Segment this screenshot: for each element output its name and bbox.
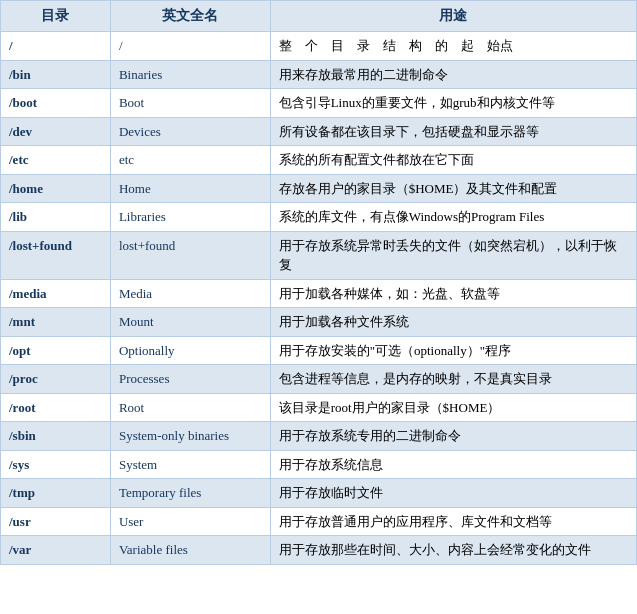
directory-table: 目录 英文全名 用途 //整 个 目 录 结 构 的 起 始点/binBinar… xyxy=(0,0,637,565)
cell-name: Devices xyxy=(110,117,270,146)
table-row: /optOptionally用于存放安装的"可选（optionally）"程序 xyxy=(1,336,637,365)
cell-dir: /usr xyxy=(1,507,111,536)
table-row: /usrUser用于存放普通用户的应用程序、库文件和文档等 xyxy=(1,507,637,536)
cell-name: Root xyxy=(110,393,270,422)
cell-name: Home xyxy=(110,174,270,203)
table-row: /sbinSystem-only binaries用于存放系统专用的二进制命令 xyxy=(1,422,637,451)
table-row: /mediaMedia用于加载各种媒体，如：光盘、软盘等 xyxy=(1,279,637,308)
cell-use: 用于存放系统信息 xyxy=(270,450,636,479)
table-row: //整 个 目 录 结 构 的 起 始点 xyxy=(1,32,637,61)
cell-dir: /sbin xyxy=(1,422,111,451)
cell-dir: /tmp xyxy=(1,479,111,508)
table-row: /bootBoot包含引导Linux的重要文件，如grub和内核文件等 xyxy=(1,89,637,118)
cell-name: etc xyxy=(110,146,270,175)
table-row: /procProcesses包含进程等信息，是内存的映射，不是真实目录 xyxy=(1,365,637,394)
table-row: /rootRoot该目录是root用户的家目录（$HOME） xyxy=(1,393,637,422)
cell-name: Processes xyxy=(110,365,270,394)
cell-use: 存放各用户的家目录（$HOME）及其文件和配置 xyxy=(270,174,636,203)
cell-name: Temporary files xyxy=(110,479,270,508)
cell-name: Optionally xyxy=(110,336,270,365)
cell-use: 用于存放那些在时间、大小、内容上会经常变化的文件 xyxy=(270,536,636,565)
cell-dir: /etc xyxy=(1,146,111,175)
cell-dir: /lib xyxy=(1,203,111,232)
table-row: /tmpTemporary files用于存放临时文件 xyxy=(1,479,637,508)
cell-dir: /home xyxy=(1,174,111,203)
cell-name: Mount xyxy=(110,308,270,337)
cell-dir: /bin xyxy=(1,60,111,89)
cell-name: Binaries xyxy=(110,60,270,89)
cell-use: 包含进程等信息，是内存的映射，不是真实目录 xyxy=(270,365,636,394)
cell-name: Media xyxy=(110,279,270,308)
table-row: /lost+foundlost+found用于存放系统异常时丢失的文件（如突然宕… xyxy=(1,231,637,279)
table-row: /etcetc系统的所有配置文件都放在它下面 xyxy=(1,146,637,175)
table-row: /sysSystem用于存放系统信息 xyxy=(1,450,637,479)
cell-dir: / xyxy=(1,32,111,61)
cell-use: 用于存放安装的"可选（optionally）"程序 xyxy=(270,336,636,365)
cell-use: 用于加载各种媒体，如：光盘、软盘等 xyxy=(270,279,636,308)
cell-dir: /root xyxy=(1,393,111,422)
table-row: /varVariable files用于存放那些在时间、大小、内容上会经常变化的… xyxy=(1,536,637,565)
cell-dir: /media xyxy=(1,279,111,308)
table-row: /mntMount用于加载各种文件系统 xyxy=(1,308,637,337)
cell-name: Boot xyxy=(110,89,270,118)
cell-dir: /lost+found xyxy=(1,231,111,279)
cell-use: 该目录是root用户的家目录（$HOME） xyxy=(270,393,636,422)
cell-dir: /mnt xyxy=(1,308,111,337)
cell-use: 用于加载各种文件系统 xyxy=(270,308,636,337)
cell-use: 系统的所有配置文件都放在它下面 xyxy=(270,146,636,175)
header-use: 用途 xyxy=(270,1,636,32)
cell-name: / xyxy=(110,32,270,61)
cell-name: System xyxy=(110,450,270,479)
cell-name: User xyxy=(110,507,270,536)
cell-dir: /sys xyxy=(1,450,111,479)
table-row: /libLibraries系统的库文件，有点像Windows的Program F… xyxy=(1,203,637,232)
cell-dir: /dev xyxy=(1,117,111,146)
cell-dir: /boot xyxy=(1,89,111,118)
cell-use: 系统的库文件，有点像Windows的Program Files xyxy=(270,203,636,232)
cell-use: 用来存放最常用的二进制命令 xyxy=(270,60,636,89)
cell-name: System-only binaries xyxy=(110,422,270,451)
cell-use: 用于存放临时文件 xyxy=(270,479,636,508)
cell-use: 用于存放系统专用的二进制命令 xyxy=(270,422,636,451)
cell-dir: /proc xyxy=(1,365,111,394)
cell-use: 用于存放系统异常时丢失的文件（如突然宕机），以利于恢复 xyxy=(270,231,636,279)
cell-use: 包含引导Linux的重要文件，如grub和内核文件等 xyxy=(270,89,636,118)
table-row: /binBinaries用来存放最常用的二进制命令 xyxy=(1,60,637,89)
cell-use: 用于存放普通用户的应用程序、库文件和文档等 xyxy=(270,507,636,536)
header-dir: 目录 xyxy=(1,1,111,32)
cell-dir: /opt xyxy=(1,336,111,365)
cell-name: Variable files xyxy=(110,536,270,565)
header-name: 英文全名 xyxy=(110,1,270,32)
cell-name: lost+found xyxy=(110,231,270,279)
cell-use: 所有设备都在该目录下，包括硬盘和显示器等 xyxy=(270,117,636,146)
cell-name: Libraries xyxy=(110,203,270,232)
cell-dir: /var xyxy=(1,536,111,565)
cell-use: 整 个 目 录 结 构 的 起 始点 xyxy=(270,32,636,61)
table-row: /homeHome存放各用户的家目录（$HOME）及其文件和配置 xyxy=(1,174,637,203)
table-row: /devDevices所有设备都在该目录下，包括硬盘和显示器等 xyxy=(1,117,637,146)
